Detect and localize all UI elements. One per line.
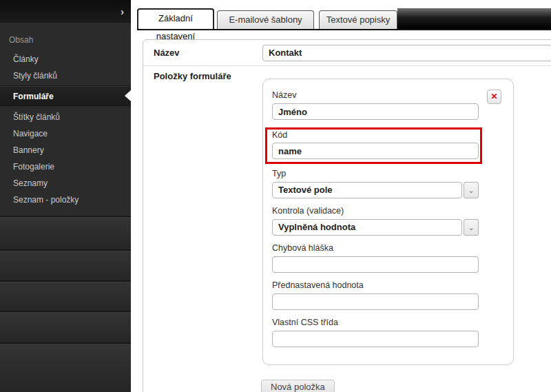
field-nazev-input[interactable] (272, 103, 479, 120)
field-typ-select[interactable]: Textové pole ⌄ (272, 182, 479, 198)
sidebar-item-styly-clanku[interactable]: Styly článků (0, 67, 131, 83)
field-label: Chybová hláška (272, 243, 479, 253)
tab-textove-popisky[interactable]: Textové popisky (319, 10, 397, 29)
field-group-typ: Typ Textové pole ⌄ (272, 169, 479, 198)
form-panel: Název Položky formuláře ✕ Název Kód (143, 39, 551, 392)
field-prednastavena-hodnota-input[interactable] (272, 293, 479, 310)
field-vlastni-css-trida-input[interactable] (272, 331, 479, 347)
field-group-prednastavena-hodnota: Přednastavená hodnota (272, 280, 479, 310)
remove-item-button[interactable]: ✕ (487, 90, 501, 104)
collapsed-section[interactable] (0, 249, 131, 280)
field-chybova-hlaska-input[interactable] (272, 256, 479, 273)
tab-bar-filler (397, 8, 551, 29)
tab-bar: Základní nastavení E-mailové šablony Tex… (137, 10, 551, 30)
form-items-label: Položky formuláře (154, 71, 262, 365)
sidebar-item-bannery[interactable]: Bannery (0, 141, 131, 158)
field-group-vlastni-css-trida: Vlastní CSS třída (272, 318, 479, 347)
tab-emailove-sablony[interactable]: E-mailové šablony (217, 10, 314, 29)
field-label: Vlastní CSS třída (272, 318, 479, 327)
chevron-down-icon[interactable]: ⌄ (464, 182, 479, 198)
sidebar-collapsed-sections (0, 216, 131, 392)
field-group-nazev: Název (272, 90, 479, 120)
sidebar-item-stitky-clanku[interactable]: Štítky článků (0, 108, 131, 125)
tab-zakladni-nastaveni[interactable]: Základní nastavení (137, 8, 214, 29)
sidebar-item-formulare[interactable]: Formuláře (0, 85, 131, 106)
sidebar-item-label: Formuláře (13, 92, 54, 101)
field-kontrola-select[interactable]: Vyplněná hodnota ⌄ (272, 219, 479, 236)
field-label: Přednastavená hodnota (272, 280, 479, 290)
field-label: Kód (272, 131, 479, 140)
sidebar-item-seznamy[interactable]: Seznamy (0, 174, 131, 191)
form-item-panel: ✕ Název Kód Typ Textové pole ⌄ (262, 79, 514, 365)
sidebar-nav: Obsah Články Styly článků Formuláře Štít… (0, 23, 131, 207)
sidebar-item-clanky[interactable]: Články (0, 50, 131, 67)
form-name-label: Název (154, 48, 262, 58)
collapsed-section[interactable] (0, 280, 131, 311)
highlight-red-box: Kód (265, 127, 482, 164)
sidebar: › Obsah Články Styly článků Formuláře Št… (0, 0, 131, 392)
select-value: Textové pole (272, 182, 462, 198)
selected-item-arrow-icon (125, 90, 131, 101)
sidebar-topbar: › (0, 0, 131, 23)
chevron-down-icon[interactable]: ⌄ (464, 219, 479, 236)
field-group-chybova-hlaska: Chybová hláška (272, 243, 479, 273)
form-name-row: Název (143, 40, 551, 66)
collapsed-section[interactable] (0, 311, 131, 342)
field-group-kod: Kód (272, 131, 479, 159)
close-icon: ✕ (490, 92, 497, 101)
new-item-button[interactable]: Nová položka (261, 380, 335, 392)
field-label: Název (272, 90, 479, 100)
sidebar-section-title: Obsah (0, 31, 131, 50)
sidebar-item-navigace[interactable]: Navigace (0, 125, 131, 141)
collapse-sidebar-icon[interactable]: › (121, 6, 124, 17)
sidebar-item-fotogalerie[interactable]: Fotogalerie (0, 158, 131, 174)
select-value: Vyplněná hodnota (272, 219, 462, 236)
sidebar-item-seznam-polozky[interactable]: Seznam - položky (0, 191, 131, 207)
collapsed-section[interactable] (0, 216, 131, 249)
field-group-kontrola: Kontrola (validace) Vyplněná hodnota ⌄ (272, 206, 479, 236)
field-label: Typ (272, 169, 479, 178)
form-name-input[interactable] (262, 45, 551, 61)
collapsed-section[interactable] (0, 342, 131, 392)
field-kod-input[interactable] (272, 143, 479, 159)
field-label: Kontrola (validace) (272, 206, 479, 216)
form-items-row: Položky formuláře ✕ Název Kód Typ (143, 66, 551, 365)
